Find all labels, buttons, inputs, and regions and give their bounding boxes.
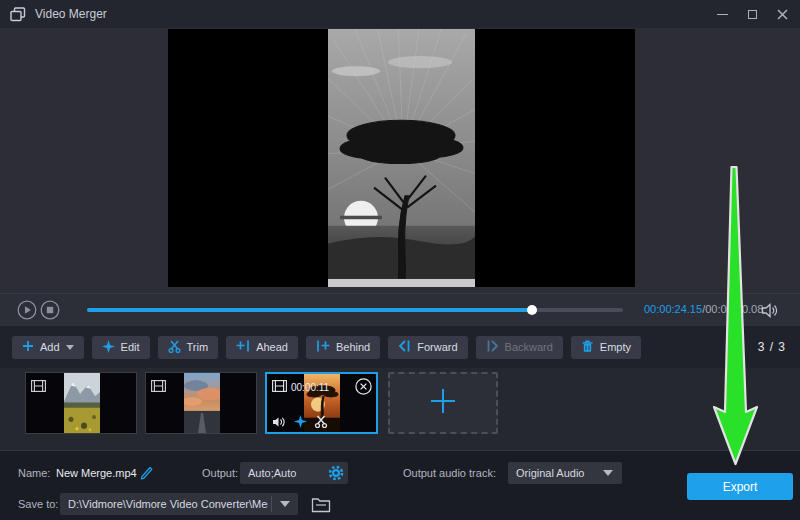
ahead-button[interactable]: Ahead [226, 336, 298, 359]
scissors-icon [168, 340, 181, 355]
window-title: Video Merger [35, 7, 107, 21]
audio-track-select[interactable]: Original Audio [508, 462, 622, 484]
output-label: Output: [202, 467, 238, 479]
clip-2-thumbnail [184, 373, 220, 433]
clip-close-icon[interactable] [355, 378, 372, 395]
title-bar: Video Merger [0, 0, 800, 28]
plus-icon [22, 340, 34, 354]
maximize-icon[interactable] [744, 6, 760, 22]
clip-counter: 3 / 3 [758, 340, 786, 354]
export-button[interactable]: Export [687, 473, 793, 500]
close-icon[interactable] [774, 6, 790, 22]
time-display: 00:00:24.15/00:00:40.08 [644, 303, 763, 315]
footer-bar: Name: New Merge.mp4 Output: Auto;Auto Ou… [0, 450, 800, 520]
move-backward-icon [486, 340, 499, 354]
pencil-icon[interactable] [138, 464, 154, 480]
output-input[interactable]: Auto;Auto [240, 462, 348, 484]
clip-toolbar: Add Edit Trim Ahead Behind Forward Backw… [0, 326, 800, 368]
player-bar: 00:00:24.15/00:00:40.08 [0, 293, 800, 326]
caret-down-icon [66, 345, 74, 350]
divider [271, 496, 272, 512]
video-preview[interactable] [168, 29, 635, 287]
insert-after-icon [316, 340, 330, 354]
minimize-icon[interactable] [714, 6, 730, 22]
clip-1-thumbnail [64, 373, 100, 433]
save-to-label: Save to: [18, 498, 58, 510]
film-icon [151, 378, 166, 390]
save-to-input[interactable]: D:\Vidmore\Vidmore Video Converter\Merge… [60, 493, 298, 515]
caret-down-icon [603, 470, 613, 476]
edit-button[interactable]: Edit [92, 336, 150, 359]
add-button[interactable]: Add [12, 336, 84, 359]
caret-down-icon[interactable] [280, 501, 290, 507]
film-icon [272, 378, 287, 396]
timeline: 00:00:11 [0, 368, 800, 450]
seek-progress [87, 308, 532, 312]
stop-icon[interactable] [40, 300, 60, 320]
preview-frame-image [328, 29, 475, 287]
add-clip-tile[interactable] [388, 372, 498, 434]
add-clip-icon [428, 386, 458, 420]
audio-track-value: Original Audio [516, 467, 585, 479]
save-to-value: D:\Vidmore\Vidmore Video Converter\Merge… [68, 498, 268, 510]
insert-before-icon [236, 340, 250, 354]
video-merger-window: Video Merger [0, 0, 800, 520]
clip-edit-icon[interactable] [294, 415, 307, 428]
empty-button[interactable]: Empty [571, 336, 641, 359]
trash-icon [581, 340, 594, 355]
film-icon [31, 378, 46, 390]
clip-3-selected[interactable]: 00:00:11 [265, 372, 378, 434]
folder-icon[interactable] [308, 494, 334, 515]
clip-mute-icon[interactable] [272, 416, 287, 428]
backward-button[interactable]: Backward [476, 336, 563, 359]
total-time: 00:00:40.08 [705, 303, 763, 315]
clip-trim-icon[interactable] [314, 415, 328, 428]
trim-button[interactable]: Trim [158, 336, 219, 359]
volume-icon[interactable] [761, 302, 781, 319]
seek-slider[interactable] [87, 308, 623, 312]
preview-area [0, 28, 800, 293]
forward-button[interactable]: Forward [388, 336, 467, 359]
merger-icon [10, 7, 27, 22]
clip-2[interactable] [145, 372, 257, 434]
clip-1[interactable] [25, 372, 137, 434]
clip-duration: 00:00:11 [291, 382, 329, 393]
behind-button[interactable]: Behind [306, 336, 380, 359]
play-icon[interactable] [17, 300, 37, 320]
current-time: 00:00:24.15 [644, 303, 702, 315]
audio-track-label: Output audio track: [403, 467, 496, 479]
output-value: Auto;Auto [248, 467, 296, 479]
name-value: New Merge.mp4 [56, 467, 137, 479]
move-forward-icon [398, 340, 411, 354]
magic-wand-icon [102, 340, 115, 355]
seek-knob[interactable] [527, 305, 537, 315]
gear-icon[interactable] [328, 465, 344, 481]
name-label: Name: [18, 467, 50, 479]
